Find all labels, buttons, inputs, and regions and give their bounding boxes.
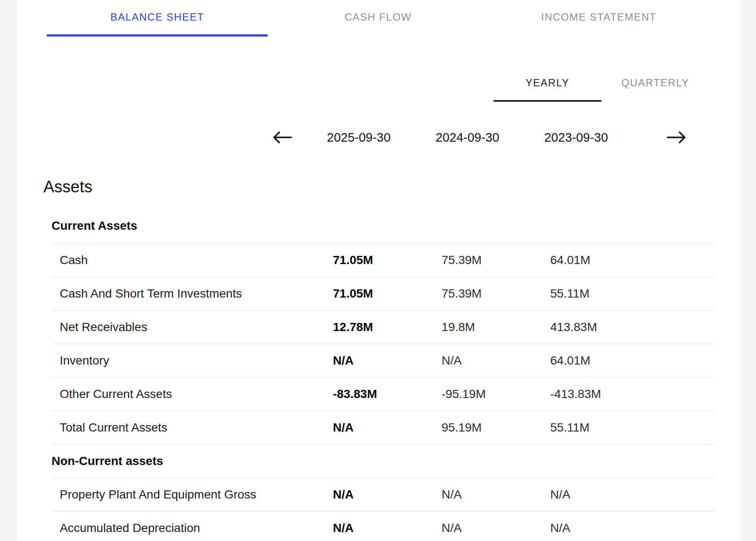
row-value: N/A [544, 521, 653, 535]
row-value: N/A [544, 488, 653, 501]
row-value: -95.19M [436, 387, 544, 401]
row-value: 55.11M [544, 421, 653, 435]
date-columns-header: 2025-09-30 2024-09-30 2023-09-30 [52, 122, 714, 153]
table-row: Inventory N/A N/A 64.01M [52, 344, 714, 378]
balance-sheet-table: 2025-09-30 2024-09-30 2023-09-30 [52, 122, 714, 153]
table-row: Cash And Short Term Investments 71.05M 7… [52, 277, 714, 311]
arrow-right-icon [666, 130, 687, 145]
table-row: Cash 71.05M 75.39M 64.01M [52, 244, 714, 277]
table-row: Property Plant And Equipment Gross N/A N… [52, 478, 714, 512]
row-value: 64.01M [544, 253, 653, 267]
row-value: 75.39M [436, 253, 544, 267]
row-label: Other Current Assets [52, 387, 327, 401]
row-label: Net Receivables [52, 320, 327, 334]
group-header-non-current-assets: Non-Current assets [52, 445, 714, 478]
tab-balance-sheet[interactable]: BALANCE SHEET [47, 0, 268, 36]
page-title-assets: Assets [43, 177, 740, 197]
row-label: Accumulated Depreciation [52, 521, 327, 535]
row-value: 12.78M [327, 320, 436, 334]
arrow-left-icon [272, 130, 293, 145]
row-value: 64.01M [544, 354, 653, 368]
toggle-quarterly[interactable]: QUARTERLY [601, 66, 709, 102]
prev-period-button[interactable] [272, 130, 293, 145]
row-value: N/A [436, 488, 544, 501]
table-row: Other Current Assets -83.83M -95.19M -41… [52, 378, 714, 411]
financials-panel: BALANCE SHEET CASH FLOW INCOME STATEMENT… [17, 0, 740, 541]
row-value: N/A [436, 521, 544, 535]
row-value: 413.83M [544, 320, 653, 334]
group-header-current-assets: Current Assets [52, 197, 714, 244]
row-value: N/A [327, 354, 436, 368]
tab-income-statement[interactable]: INCOME STATEMENT [488, 0, 709, 36]
row-value: 55.11M [544, 287, 653, 301]
column-header-date: 2024-09-30 [436, 131, 544, 145]
row-label: Cash And Short Term Investments [52, 287, 327, 301]
column-header-date: 2023-09-30 [544, 131, 653, 145]
row-label: Inventory [52, 354, 327, 368]
period-toggle-row: YEARLY QUARTERLY [17, 66, 740, 102]
row-value: N/A [327, 521, 436, 535]
table-row: Total Current Assets N/A 95.19M 55.11M [52, 411, 714, 445]
assets-table-body: Current Assets Cash 71.05M 75.39M 64.01M… [52, 197, 714, 541]
row-label: Total Current Assets [52, 421, 327, 435]
row-value: 71.05M [327, 287, 436, 301]
column-header-date: 2025-09-30 [327, 131, 436, 145]
statement-tabbar: BALANCE SHEET CASH FLOW INCOME STATEMENT [17, 0, 740, 36]
table-row: Accumulated Depreciation N/A N/A N/A [52, 512, 714, 541]
row-label: Cash [52, 253, 327, 267]
row-value: N/A [436, 354, 544, 368]
row-value: 71.05M [327, 253, 436, 267]
row-value: N/A [327, 488, 436, 501]
next-period-button[interactable] [666, 130, 687, 145]
row-label: Property Plant And Equipment Gross [52, 488, 327, 501]
toggle-yearly[interactable]: YEARLY [494, 66, 601, 102]
row-value: -83.83M [327, 387, 436, 401]
tab-cash-flow[interactable]: CASH FLOW [268, 0, 488, 36]
row-value: 95.19M [436, 421, 544, 435]
row-value: 19.8M [436, 320, 544, 334]
table-row: Net Receivables 12.78M 19.8M 413.83M [52, 311, 714, 344]
period-toggle: YEARLY QUARTERLY [494, 66, 709, 102]
row-value: -413.83M [544, 387, 653, 401]
row-value: N/A [327, 421, 436, 435]
row-value: 75.39M [436, 287, 544, 301]
